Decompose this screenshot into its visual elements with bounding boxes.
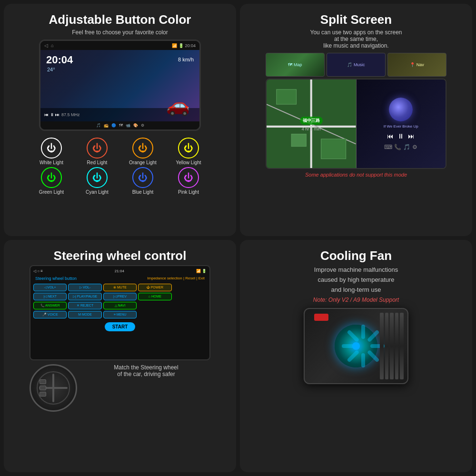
steering-wheel-image xyxy=(30,364,77,412)
light-label-pink: Pink Light xyxy=(178,189,199,195)
light-item-white[interactable]: ⏻ White Light xyxy=(30,138,73,165)
heatsink-fin-2 xyxy=(385,313,389,379)
fan-blade-7 xyxy=(361,353,365,367)
heatsink-fin-5 xyxy=(400,313,404,379)
light-label-yellow: Yellow Light xyxy=(176,160,201,165)
light-label-white: White Light xyxy=(40,160,63,165)
panel2-title: Split Screen xyxy=(320,12,392,27)
ctrl-btn-prev[interactable]: |◁ PREV xyxy=(103,293,137,300)
ctrl-btn-reject[interactable]: ✕ REJECT xyxy=(68,302,101,309)
ctrl-btn-mute[interactable]: ⊗ MUTE xyxy=(103,284,137,291)
ctrl-options: Impedance selection | Reset | Exit xyxy=(147,276,205,280)
steering-bottom: Match the Steering wheel of the car, dri… xyxy=(30,364,210,412)
light-label-green: Green Light xyxy=(39,189,64,195)
svg-rect-4 xyxy=(277,89,297,104)
fan-blade-2 xyxy=(347,330,359,343)
bottom-icons: ⌨ 📞 🎵 ⚙ xyxy=(384,144,417,150)
light-icon-green[interactable]: ⏻ xyxy=(41,167,62,188)
ctrl-button-grid: ◁ VOL+ ▷ VOL- ⊗ MUTE ⏻ POWER |◁ NEXT ▷| … xyxy=(33,284,207,318)
ctrl-btn-vol-up[interactable]: ◁ VOL+ xyxy=(33,284,67,291)
light-icon-blue[interactable]: ⏻ xyxy=(132,167,153,188)
sw-spoke-vertical xyxy=(52,374,54,402)
light-icon-pink[interactable]: ⏻ xyxy=(178,167,199,188)
small-screen-music: 🎵 Music xyxy=(327,53,386,77)
light-item-yellow[interactable]: ⏻ Yellow Light xyxy=(167,138,210,165)
fan-circle xyxy=(335,325,377,367)
music-sphere xyxy=(389,98,413,121)
small-screens-row: 🗺 Map 🎵 Music 📍 Nav xyxy=(266,53,446,77)
panel1-subtitle: Feel free to choose your favorite color xyxy=(72,29,168,36)
fan-blade-3 xyxy=(361,325,365,339)
warning-text: Some applications do not support this mo… xyxy=(305,172,407,178)
screen-display: 20:04 8 km/h 24° 🚗 ⏮ ⏸ ⏭ 87.5 MHz xyxy=(40,50,199,121)
map-time-label: 4 hr 1 min xyxy=(302,127,321,131)
ctrl-btn-play[interactable]: ▷| PLAY/PAUSE xyxy=(68,293,101,300)
split-left-map: 福中三路 4 hr 1 min xyxy=(267,79,357,168)
steering-description-container: Match the Steering wheel of the car, dri… xyxy=(82,364,210,377)
sw-btn-3 xyxy=(40,392,46,397)
steering-description: Match the Steering wheel of the car, dri… xyxy=(82,364,210,377)
small-screen-map: 🗺 Map xyxy=(266,53,325,77)
light-item-orange[interactable]: ⏻ Orange Light xyxy=(121,138,165,165)
ctrl-btn-menu[interactable]: ≡ MENU xyxy=(103,311,137,318)
ctrl-btn-home[interactable]: ⌂ HOME xyxy=(138,293,171,300)
split-screen-container: 🗺 Map 🎵 Music 📍 Nav 福中三路 xyxy=(248,53,464,169)
panel4-title: Cooling Fan xyxy=(320,248,392,263)
cooling-content: Improve machine malfunctions caused by h… xyxy=(248,265,464,384)
svg-rect-6 xyxy=(291,134,306,147)
control-screen: ◁ ○ ≡ 21:04 📶 🔋 Steering wheel button Im… xyxy=(30,265,210,360)
screen-status: 📶 🔋 20:04 xyxy=(172,43,196,48)
ctrl-btn-vol-down[interactable]: ▷ VOL- xyxy=(68,284,101,291)
light-icon-cyan[interactable]: ⏻ xyxy=(87,167,108,188)
music-title: If We Ever Broke Up xyxy=(382,124,420,129)
ctrl-btn-navi[interactable]: △ NAVI xyxy=(103,302,137,309)
next-icon[interactable]: ⏭ xyxy=(408,132,415,140)
panel-adjustable-color: Adjustable Button Color Feel free to cho… xyxy=(4,4,236,236)
light-grid: ⏻ White Light ⏻ Red Light ⏻ Orange Light… xyxy=(30,138,210,195)
panel-split-screen: Split Screen You can use two apps on the… xyxy=(240,4,472,236)
fan-red-accent xyxy=(314,314,328,321)
steering-content: ◁ ○ ≡ 21:04 📶 🔋 Steering wheel button Im… xyxy=(12,265,228,412)
fan-blade-8 xyxy=(347,350,359,363)
screen-top-icons: ◁⌂ xyxy=(44,43,54,48)
screen-app-bar: 🎵 📻 🔵 🗺 📹 🎨 ⚙ xyxy=(40,121,199,129)
light-label-red: Red Light xyxy=(87,160,108,165)
ctrl-btn-next[interactable]: |◁ NEXT xyxy=(33,293,67,300)
fan-blade-6 xyxy=(367,350,380,363)
fan-blade-4 xyxy=(367,330,380,343)
light-icon-yellow[interactable]: ⏻ xyxy=(178,138,199,159)
light-item-cyan[interactable]: ⏻ Cyan Light xyxy=(75,167,119,195)
split-right-music: If We Ever Broke Up ⏮ ⏸ ⏭ ⌨ 📞 🎵 ⚙ xyxy=(357,79,446,168)
ctrl-title-bar: Steering wheel button Impedance selectio… xyxy=(33,275,207,282)
panel1-title: Adjustable Button Color xyxy=(49,12,191,27)
ctrl-btn-mode[interactable]: M MODE xyxy=(68,311,101,318)
panel-cooling-fan: Cooling Fan Improve machine malfunctions… xyxy=(240,240,472,472)
ctrl-back-icon: ◁ ○ ≡ xyxy=(33,269,43,273)
ctrl-btn-voice[interactable]: 🎤 VOICE xyxy=(33,311,67,318)
light-item-pink[interactable]: ⏻ Pink Light xyxy=(167,167,210,195)
light-icon-white[interactable]: ⏻ xyxy=(41,138,62,159)
device-screen: ◁⌂ 📶 🔋 20:04 20:04 8 km/h 24° 🚗 ⏮ ⏸ ⏭ 87… xyxy=(39,40,201,131)
ctrl-btn-power[interactable]: ⏻ POWER xyxy=(138,284,171,291)
map-road-label: 福中三路 xyxy=(300,117,323,125)
light-item-green[interactable]: ⏻ Green Light xyxy=(30,167,73,195)
ctrl-btn-answer[interactable]: 📞 ANSWER xyxy=(33,302,67,309)
ctrl-start-btn[interactable]: START xyxy=(105,322,136,331)
screen-music-bar: ⏮ ⏸ ⏭ 87.5 MHz xyxy=(40,108,199,121)
prev-icon[interactable]: ⏮ xyxy=(387,132,394,140)
sw-btn-1 xyxy=(40,379,46,384)
light-item-red[interactable]: ⏻ Red Light xyxy=(75,138,119,165)
light-item-blue[interactable]: ⏻ Blue Light xyxy=(121,167,165,195)
cooling-note: Note: Only V2 / A9 Model Support xyxy=(313,297,399,303)
ctrl-time: 21:04 xyxy=(115,269,124,273)
svg-rect-5 xyxy=(321,139,346,159)
music-controls: ⏮ ⏸ ⏭ xyxy=(387,132,415,140)
screen-speed: 8 km/h xyxy=(178,57,194,62)
heatsink-fin-1 xyxy=(380,313,384,379)
play-icon[interactable]: ⏸ xyxy=(397,132,404,140)
screen-fm: 87.5 MHz xyxy=(61,112,80,117)
light-icon-orange[interactable]: ⏻ xyxy=(132,138,153,159)
light-icon-red[interactable]: ⏻ xyxy=(87,138,108,159)
panel-steering-wheel: Steering wheel control ◁ ○ ≡ 21:04 📶 🔋 S… xyxy=(4,240,236,472)
sw-buttons xyxy=(40,379,46,397)
